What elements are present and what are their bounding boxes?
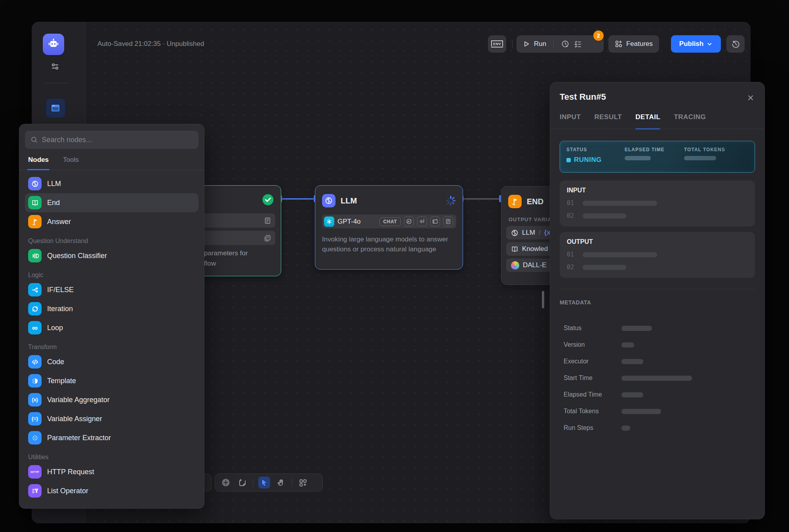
palette-item-iteration[interactable]: Iteration — [25, 299, 198, 318]
skeleton-bar — [621, 376, 692, 381]
separator: / — [539, 229, 541, 237]
output-variables-label: OUTPUT VARIA — [509, 217, 552, 222]
tabs-divider — [550, 129, 764, 129]
env-variables-button[interactable]: ENV — [488, 35, 506, 53]
workflow-settings-icon[interactable] — [50, 61, 60, 72]
palette-item-loop[interactable]: ∞ Loop — [25, 318, 198, 337]
item-label: Answer — [47, 218, 71, 226]
metadata-divider — [560, 289, 755, 289]
section-question-understand: Question Understand — [25, 238, 198, 245]
group-divider — [553, 40, 554, 48]
knowledge-book-icon — [511, 245, 518, 253]
item-label: Code — [47, 358, 64, 366]
palette-item-variable-aggregator[interactable]: {x} Variable Aggregator — [25, 390, 198, 409]
llm-node-description: Invoking large language models to answer… — [322, 234, 454, 254]
meta-label: Run Steps — [564, 424, 621, 431]
meta-label: Start Time — [564, 374, 621, 382]
elapsed-time-label: ELAPSED TIME — [625, 147, 665, 152]
skeleton-bar — [583, 213, 626, 218]
tab-input[interactable]: INPUT — [560, 113, 581, 129]
meta-label: Version — [564, 341, 621, 348]
node-palette-panel: Nodes Tools LLM End Answer Question Unde… — [19, 124, 204, 509]
item-label: Variable Assigner — [47, 415, 102, 423]
search-input[interactable] — [42, 136, 193, 144]
metadata-row: Version — [564, 336, 755, 353]
line-number: 02 — [567, 264, 574, 271]
pointer-tool-button[interactable] — [258, 477, 270, 488]
palette-item-code[interactable]: Code — [25, 352, 198, 371]
organize-layout-button[interactable] — [297, 477, 309, 488]
checklist-icon[interactable] — [574, 40, 582, 48]
palette-item-question-classifier[interactable]: Question Classifier — [25, 246, 198, 265]
meta-label: Status — [564, 325, 621, 332]
notification-badge: 2 — [593, 30, 604, 41]
list-filter-icon — [28, 484, 42, 498]
skeleton-bar — [625, 156, 651, 160]
node-list: LLM End Answer Question Understand Quest… — [25, 174, 198, 500]
skeleton-bar — [583, 265, 626, 270]
image-generation-icon — [404, 217, 414, 226]
item-label: Iteration — [47, 305, 73, 313]
meta-label: Total Tokens — [564, 408, 621, 415]
rail-divider — [44, 83, 70, 83]
canvas-toolbar — [215, 473, 323, 492]
edge-llm-to-end[interactable] — [463, 198, 503, 200]
input-card: INPUT 01 02 — [560, 180, 755, 226]
run-history-clock-icon[interactable] — [561, 40, 570, 48]
toolbar-divider — [292, 479, 292, 486]
model-selector[interactable]: GPT-4o CHAT — [322, 215, 456, 228]
palette-item-variable-assigner[interactable]: {=} Variable Assigner — [25, 409, 198, 428]
palette-item-llm[interactable]: LLM — [25, 174, 198, 193]
robot-icon — [47, 38, 60, 51]
palette-item-parameter-extractor[interactable]: Parameter Extractor — [25, 428, 198, 447]
tab-nodes[interactable]: Nodes — [28, 153, 49, 170]
palette-item-http-request[interactable]: HTTP HTTP Request — [25, 462, 198, 481]
edge-start-to-llm[interactable] — [281, 198, 315, 200]
tab-result[interactable]: RESULT — [595, 113, 622, 129]
item-label: End — [47, 199, 60, 207]
palette-item-end[interactable]: End — [25, 193, 198, 212]
llm-node[interactable]: LLM — [315, 185, 463, 270]
item-label: IF/ELSE — [47, 286, 74, 294]
palette-item-if-else[interactable]: IF/ELSE — [25, 280, 198, 299]
start-node-description-line: flow — [204, 258, 248, 269]
line-number: 02 — [567, 212, 574, 219]
document-icon — [264, 217, 271, 224]
publish-button[interactable]: Publish — [671, 35, 721, 53]
close-button[interactable] — [745, 93, 756, 103]
model-name: GPT-4o — [337, 218, 376, 226]
tab-detail[interactable]: DETAIL — [635, 113, 660, 129]
app-avatar[interactable] — [43, 34, 64, 55]
tab-tools[interactable]: Tools — [63, 153, 79, 170]
run-button[interactable]: Run — [534, 40, 546, 48]
llm-brain-icon — [511, 229, 518, 237]
palette-item-answer[interactable]: Answer — [25, 212, 198, 231]
item-label: Variable Aggregator — [47, 396, 110, 404]
add-note-button[interactable] — [236, 477, 248, 488]
output-title: OUTPUT — [567, 238, 748, 245]
item-label: List Operator — [47, 487, 88, 495]
version-history-button[interactable] — [726, 35, 745, 53]
features-grid-icon — [615, 40, 623, 48]
chat-mode-tag: CHAT — [379, 217, 401, 226]
hand-tool-button[interactable] — [275, 477, 287, 488]
output-card: OUTPUT 01 02 — [560, 232, 755, 278]
palette-item-list-operator[interactable]: List Operator — [25, 481, 198, 500]
metadata-row: Elapsed Time — [564, 386, 755, 403]
preview-window-button[interactable] — [46, 99, 65, 118]
metadata-row: Total Tokens — [564, 403, 755, 420]
node-search[interactable] — [25, 131, 198, 149]
add-node-button[interactable] — [220, 477, 232, 488]
features-button[interactable]: Features — [608, 35, 659, 53]
variable-source: Knowled — [522, 245, 548, 253]
metadata-title: METADATA — [560, 299, 591, 306]
section-transform: Transform — [25, 344, 198, 351]
panel-resize-handle[interactable] — [542, 291, 544, 308]
end-flag-icon — [508, 195, 522, 208]
palette-item-template[interactable]: Template — [25, 371, 198, 390]
item-label: Parameter Extractor — [47, 434, 111, 442]
tab-tracing[interactable]: TRACING — [674, 113, 706, 129]
autosave-status: Auto-Saved 21:02:35 · Unpublished — [97, 40, 204, 48]
skeleton-bar — [621, 392, 643, 397]
desktop: parameters for flow LLM — [0, 0, 789, 532]
